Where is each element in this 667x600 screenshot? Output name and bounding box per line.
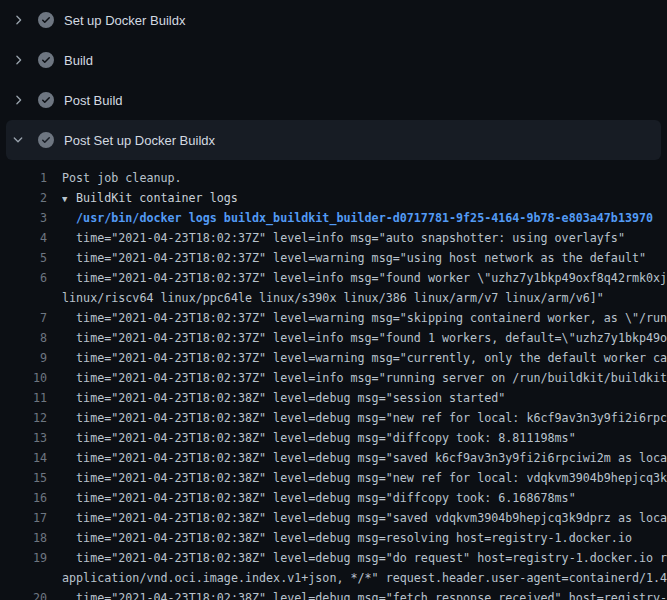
log-line: 20 time="2021-04-23T18:02:38Z" level=deb… bbox=[0, 588, 667, 600]
log-line: 5 time="2021-04-23T18:02:37Z" level=warn… bbox=[0, 248, 667, 268]
line-number[interactable]: 13 bbox=[0, 428, 47, 448]
log-text: time="2021-04-23T18:02:38Z" level=debug … bbox=[62, 508, 667, 528]
log-line-continuation: application/vnd.oci.image.index.v1+json,… bbox=[0, 568, 667, 588]
line-number[interactable]: 8 bbox=[0, 328, 47, 348]
step-header-2[interactable]: Post Build bbox=[0, 80, 667, 120]
group-title: BuildKit container logs bbox=[76, 191, 238, 205]
log-text: time="2021-04-23T18:02:37Z" level=info m… bbox=[62, 328, 667, 348]
log-text: time="2021-04-23T18:02:38Z" level=debug … bbox=[62, 588, 667, 600]
log-line: 8 time="2021-04-23T18:02:37Z" level=info… bbox=[0, 328, 667, 348]
log-line: 15 time="2021-04-23T18:02:38Z" level=deb… bbox=[0, 468, 667, 488]
log-viewer: 1Post job cleanup.2▼BuildKit container l… bbox=[0, 160, 667, 600]
line-number bbox=[0, 288, 47, 308]
log-text: time="2021-04-23T18:02:37Z" level=warnin… bbox=[62, 348, 667, 368]
log-line: 18 time="2021-04-23T18:02:38Z" level=deb… bbox=[0, 528, 667, 548]
log-text: time="2021-04-23T18:02:38Z" level=debug … bbox=[62, 488, 667, 508]
log-text: time="2021-04-23T18:02:38Z" level=debug … bbox=[62, 528, 667, 548]
line-number[interactable]: 6 bbox=[0, 268, 47, 288]
log-line: 13 time="2021-04-23T18:02:38Z" level=deb… bbox=[0, 428, 667, 448]
chevron-down-icon bbox=[10, 132, 26, 148]
step-title: Build bbox=[64, 53, 93, 68]
step-header-1[interactable]: Build bbox=[0, 40, 667, 80]
log-line: 2▼BuildKit container logs bbox=[0, 188, 667, 208]
log-text: time="2021-04-23T18:02:37Z" level=info m… bbox=[62, 368, 667, 388]
check-circle-icon bbox=[38, 12, 54, 28]
log-line: 6 time="2021-04-23T18:02:37Z" level=info… bbox=[0, 268, 667, 288]
line-number[interactable]: 15 bbox=[0, 468, 47, 488]
line-number[interactable]: 7 bbox=[0, 308, 47, 328]
step-title: Set up Docker Buildx bbox=[64, 13, 185, 28]
line-number[interactable]: 14 bbox=[0, 448, 47, 468]
line-number[interactable]: 1 bbox=[0, 168, 47, 188]
step-header-0[interactable]: Set up Docker Buildx bbox=[0, 0, 667, 40]
log-line: 11 time="2021-04-23T18:02:38Z" level=deb… bbox=[0, 388, 667, 408]
log-text: time="2021-04-23T18:02:38Z" level=debug … bbox=[62, 448, 667, 468]
log-line: 16 time="2021-04-23T18:02:38Z" level=deb… bbox=[0, 488, 667, 508]
check-circle-icon bbox=[38, 92, 54, 108]
line-number[interactable]: 18 bbox=[0, 528, 47, 548]
log-line: 9 time="2021-04-23T18:02:37Z" level=warn… bbox=[0, 348, 667, 368]
check-circle-icon bbox=[38, 132, 54, 148]
log-text: time="2021-04-23T18:02:38Z" level=debug … bbox=[62, 388, 667, 408]
log-text: application/vnd.oci.image.index.v1+json,… bbox=[62, 568, 667, 588]
log-line: 1Post job cleanup. bbox=[0, 168, 667, 188]
log-text: linux/riscv64 linux/ppc64le linux/s390x … bbox=[62, 288, 667, 308]
log-command-text: /usr/bin/docker logs buildx_buildkit_bui… bbox=[62, 208, 667, 228]
chevron-right-icon bbox=[10, 52, 26, 68]
log-line: 10 time="2021-04-23T18:02:37Z" level=inf… bbox=[0, 368, 667, 388]
line-number[interactable]: 11 bbox=[0, 388, 47, 408]
log-line: 4 time="2021-04-23T18:02:37Z" level=info… bbox=[0, 228, 667, 248]
chevron-right-icon bbox=[10, 92, 26, 108]
line-number[interactable]: 4 bbox=[0, 228, 47, 248]
line-number[interactable]: 17 bbox=[0, 508, 47, 528]
line-number[interactable]: 9 bbox=[0, 348, 47, 368]
log-line-continuation: linux/riscv64 linux/ppc64le linux/s390x … bbox=[0, 288, 667, 308]
group-collapse-triangle-icon[interactable]: ▼ bbox=[62, 189, 76, 208]
log-line: 14 time="2021-04-23T18:02:38Z" level=deb… bbox=[0, 448, 667, 468]
step-header-3[interactable]: Post Set up Docker Buildx bbox=[6, 120, 661, 160]
line-number[interactable]: 19 bbox=[0, 548, 47, 568]
log-text: time="2021-04-23T18:02:38Z" level=debug … bbox=[62, 428, 667, 448]
log-text: time="2021-04-23T18:02:37Z" level=warnin… bbox=[62, 308, 667, 328]
line-number[interactable]: 20 bbox=[0, 588, 47, 600]
log-text: Post job cleanup. bbox=[62, 168, 667, 188]
step-title: Post Set up Docker Buildx bbox=[64, 133, 215, 148]
log-line: 3 /usr/bin/docker logs buildx_buildkit_b… bbox=[0, 208, 667, 228]
line-number[interactable]: 3 bbox=[0, 208, 47, 228]
line-number[interactable]: 12 bbox=[0, 408, 47, 428]
line-number[interactable]: 10 bbox=[0, 368, 47, 388]
log-line: 7 time="2021-04-23T18:02:37Z" level=warn… bbox=[0, 308, 667, 328]
check-circle-icon bbox=[38, 52, 54, 68]
log-text: time="2021-04-23T18:02:38Z" level=debug … bbox=[62, 468, 667, 488]
step-title: Post Build bbox=[64, 93, 123, 108]
line-number[interactable]: 2 bbox=[0, 188, 47, 208]
line-number[interactable]: 5 bbox=[0, 248, 47, 268]
line-number[interactable]: 16 bbox=[0, 488, 47, 508]
chevron-right-icon bbox=[10, 12, 26, 28]
log-text: time="2021-04-23T18:02:37Z" level=warnin… bbox=[62, 248, 667, 268]
step-list: Set up Docker BuildxBuildPost BuildPost … bbox=[0, 0, 667, 160]
log-line: 17 time="2021-04-23T18:02:38Z" level=deb… bbox=[0, 508, 667, 528]
log-text[interactable]: ▼BuildKit container logs bbox=[62, 188, 667, 208]
line-number bbox=[0, 568, 47, 588]
log-text: time="2021-04-23T18:02:37Z" level=info m… bbox=[62, 228, 667, 248]
log-text: time="2021-04-23T18:02:37Z" level=info m… bbox=[62, 268, 667, 288]
log-line: 12 time="2021-04-23T18:02:38Z" level=deb… bbox=[0, 408, 667, 428]
log-text: time="2021-04-23T18:02:38Z" level=debug … bbox=[62, 548, 667, 568]
log-line: 19 time="2021-04-23T18:02:38Z" level=deb… bbox=[0, 548, 667, 568]
log-text: time="2021-04-23T18:02:38Z" level=debug … bbox=[62, 408, 667, 428]
